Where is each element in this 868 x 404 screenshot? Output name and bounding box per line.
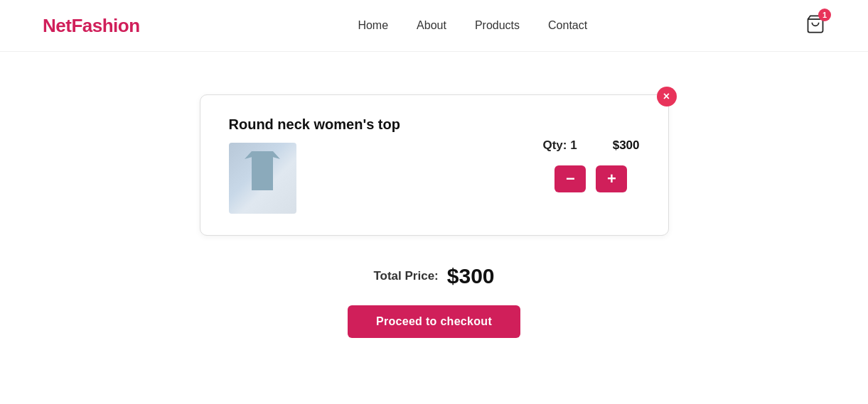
decrease-qty-button[interactable]: − [554,165,586,192]
product-name: Round neck women's top [229,116,400,133]
qty-buttons: − + [554,165,627,192]
increase-qty-button[interactable]: + [596,165,627,192]
qty-price-section: Qty: 1 $300 − + [542,138,639,192]
total-label: Total Price: [373,269,438,283]
main-nav: Home About Products Contact [358,19,587,32]
qty-price-row: Qty: 1 $300 [542,138,639,153]
nav-products[interactable]: Products [475,19,520,32]
nav-contact[interactable]: Contact [548,19,587,32]
product-info: Round neck women's top [229,116,400,214]
product-image [229,143,296,214]
cart-button[interactable]: 1 [805,14,825,37]
item-price: $300 [613,138,640,153]
total-section: Total Price: $300 [373,264,494,288]
total-amount: $300 [447,264,495,288]
qty-label: Qty: 1 [542,138,577,153]
nav-home[interactable]: Home [358,19,388,32]
cart-card: × Round neck women's top Qty: 1 $300 − + [200,94,669,236]
checkout-button[interactable]: Proceed to checkout [348,305,520,338]
nav-about[interactable]: About [417,19,446,32]
close-button[interactable]: × [657,87,677,107]
brand-logo[interactable]: NetFashion [43,15,140,37]
cart-badge: 1 [818,9,831,21]
